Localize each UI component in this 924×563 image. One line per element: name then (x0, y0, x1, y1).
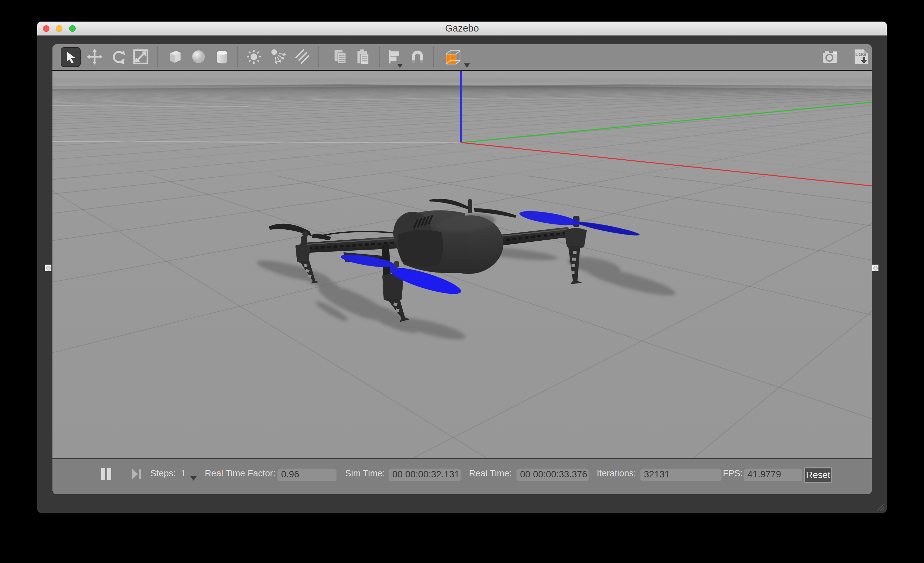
svg-text:LOG: LOG (855, 51, 866, 57)
